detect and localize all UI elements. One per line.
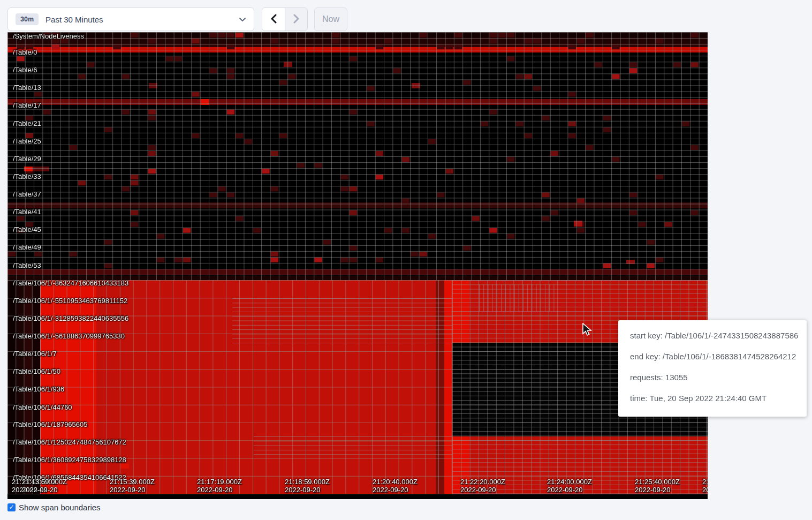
cell-tooltip: start key: /Table/106/1/-247433150824388… (618, 320, 807, 417)
time-range-dropdown[interactable]: 30m Past 30 Minutes (7, 7, 254, 31)
now-button[interactable]: Now (314, 7, 347, 31)
time-nav-group (262, 7, 308, 31)
row-label: /Table/106/1/-561886370999765330 (13, 332, 125, 340)
tooltip-requests: requests: 13055 (630, 373, 807, 382)
axis-tick: 21:25:40.000Z2022-09-20 (635, 478, 680, 494)
tooltip-end-key: end key: /Table/106/1/-18683814745282642… (630, 352, 807, 361)
row-label: /Table/106/1/1250247484756107672 (13, 438, 126, 446)
row-label: /Table/13 (13, 84, 41, 92)
axis-tick: 21:27:20.000Z2022-09-20 (702, 478, 708, 494)
span-boundaries-checkbox[interactable]: ✓ (7, 503, 16, 511)
row-label: /Table/33 (13, 172, 41, 180)
row-label: /Table/106/1/3608924758329898128 (13, 456, 126, 464)
row-label: /Table/6 (13, 66, 37, 74)
axis-tick: 21:15:39.000Z2022-09-20 (110, 478, 155, 494)
row-label: /Table/106/1/7 (13, 350, 57, 358)
toolbar: 30m Past 30 Minutes Now (0, 0, 812, 32)
mouse-cursor-icon (581, 323, 593, 339)
range-badge: 30m (16, 13, 39, 25)
footer: ✓ Show span boundaries (7, 503, 812, 512)
tooltip-time: time: Tue, 20 Sep 2022 21:24:40 GMT (630, 394, 807, 403)
tooltip-start-key: start key: /Table/106/1/-247433150824388… (630, 331, 807, 340)
row-label: /Table/25 (13, 137, 41, 145)
row-label: /Table/17 (13, 101, 41, 109)
row-label: /Table/106/1/-3128593822440635556 (13, 314, 128, 322)
chevron-left-icon (270, 14, 277, 25)
axis-tick: 21:17:19.000Z2022-09-20 (197, 478, 242, 494)
row-label: /Table/0 (13, 48, 37, 56)
row-label: /Table/106/1/-5510953463769811152 (13, 297, 127, 305)
chevron-right-icon (293, 14, 300, 25)
chevron-down-icon (239, 14, 246, 24)
prev-interval-button[interactable] (262, 8, 285, 31)
row-label: /Table/49 (13, 243, 41, 251)
axis-tick: 21:20:40.000Z2022-09-20 (373, 478, 418, 494)
row-label: /Table/29 (13, 155, 41, 163)
row-label: /Table/45 (13, 225, 41, 233)
row-label: /Table/106/1/187965605 (13, 420, 88, 428)
next-interval-button[interactable] (285, 8, 307, 31)
range-label: Past 30 Minutes (45, 15, 239, 24)
axis-tick: 21:22:20.000Z2022-09-20 (460, 478, 505, 494)
axis-tick: 21:24:00.000Z2022-09-20 (547, 478, 592, 494)
row-label: /System/NodeLiveness (13, 32, 84, 40)
row-label: /Table/106/1/936 (13, 385, 64, 393)
row-label: /Table/37 (13, 190, 41, 198)
row-label: /Table/106/1/50 (13, 367, 60, 375)
row-label: /Table/41 (13, 208, 41, 216)
heatmap-overlay: /System/NodeLiveness/Table/0/Table/6/Tab… (7, 32, 708, 499)
row-label: /Table/53 (13, 261, 41, 269)
row-label: /Table/106/1/44760 (13, 403, 72, 411)
row-label: /Table/106/1/-8632471606610433183 (13, 279, 128, 287)
axis-tick: 21:18:59.000Z2022-09-20 (285, 478, 330, 494)
key-visualizer-heatmap: /System/NodeLiveness/Table/0/Table/6/Tab… (7, 32, 708, 499)
span-boundaries-label: Show span boundaries (19, 503, 101, 512)
axis-tick: 21:13:59.000Z2022-09-20 (22, 478, 67, 494)
row-label: /Table/21 (13, 119, 41, 127)
